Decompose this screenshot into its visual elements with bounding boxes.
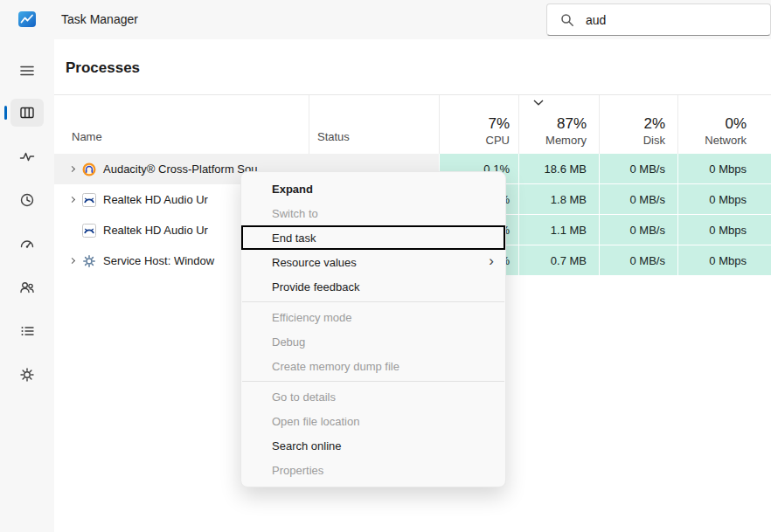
network-cell: 0 Mbps — [677, 184, 771, 215]
expand-chevron-icon[interactable] — [70, 259, 82, 263]
menu-item-switch-to: Switch to — [241, 201, 505, 225]
memory-cell: 0.7 MB — [518, 245, 599, 276]
memory-cell: 1.1 MB — [518, 215, 599, 245]
network-cell: 0 Mbps — [677, 154, 771, 184]
process-name: Realtek HD Audio Ur — [103, 193, 208, 206]
task-manager-window: Task Manager — [0, 0, 771, 532]
service-host-icon — [82, 254, 96, 268]
menu-item-search-online[interactable]: Search online — [241, 433, 505, 458]
hamburger-icon — [18, 62, 36, 79]
menu-separator — [242, 381, 504, 382]
window-title: Task Manager — [61, 12, 138, 26]
menu-separator — [242, 301, 504, 302]
disk-cell: 0 MB/s — [599, 154, 677, 184]
menu-item-end-task[interactable]: End task — [241, 225, 505, 250]
search-box[interactable] — [546, 3, 771, 36]
performance-icon — [18, 148, 36, 165]
menu-item-properties: Properties — [241, 458, 505, 482]
menu-item-go-to-details: Go to details — [241, 384, 505, 409]
process-name: Realtek HD Audio Ur — [103, 224, 208, 237]
realtek-icon — [82, 193, 96, 207]
menu-item-open-file-location: Open file location — [241, 409, 505, 433]
expand-chevron-icon[interactable] — [70, 197, 82, 202]
startup-apps-icon — [18, 235, 36, 252]
network-cell: 0 Mbps — [677, 245, 771, 276]
column-header-cpu[interactable]: 7% CPU — [439, 95, 518, 154]
page-title: Processes — [66, 59, 140, 77]
titlebar: Task Manager — [0, 0, 771, 39]
menu-item-provide-feedback[interactable]: Provide feedback — [241, 274, 505, 299]
menu-item-debug: Debug — [241, 329, 505, 354]
sidebar-item-app-history[interactable] — [10, 186, 44, 214]
realtek-icon — [82, 224, 96, 238]
search-icon — [560, 13, 574, 27]
disk-cell: 0 MB/s — [599, 215, 677, 245]
task-manager-icon — [17, 10, 37, 29]
processes-icon — [18, 104, 36, 121]
disk-cell: 0 MB/s — [599, 184, 677, 215]
network-cell: 0 Mbps — [677, 215, 771, 245]
sidebar — [0, 39, 54, 532]
memory-cell: 18.6 MB — [518, 154, 599, 184]
process-name: Audacity® Cross-Platform Sou — [103, 162, 257, 176]
submenu-chevron-icon: › — [489, 253, 494, 268]
disk-cell: 0 MB/s — [599, 245, 677, 276]
sidebar-item-performance[interactable] — [10, 142, 44, 170]
column-header-network[interactable]: 0% Network — [677, 95, 771, 154]
table-header-row: Name Status 7% CPU 87% Memory 2% — [54, 95, 771, 154]
menu-item-efficiency-mode: Efficiency mode — [241, 305, 505, 329]
memory-cell: 1.8 MB — [518, 184, 599, 215]
expand-chevron-icon[interactable] — [70, 167, 82, 171]
column-header-status[interactable]: Status — [309, 95, 439, 154]
search-input[interactable] — [586, 13, 752, 27]
users-icon — [18, 279, 36, 296]
process-name: Service Host: Window — [103, 254, 214, 267]
sidebar-item-details[interactable] — [10, 317, 44, 345]
menu-item-resource-values[interactable]: Resource values › — [241, 250, 505, 274]
menu-item-create-memory-dump-file: Create memory dump file — [241, 354, 505, 378]
column-header-memory[interactable]: 87% Memory — [518, 95, 599, 154]
sidebar-menu-button[interactable] — [10, 57, 44, 85]
details-icon — [18, 322, 36, 340]
sidebar-item-services[interactable] — [10, 361, 44, 389]
services-icon — [18, 366, 36, 383]
menu-item-expand[interactable]: Expand — [241, 176, 505, 201]
sort-chevron-down-icon — [533, 100, 544, 106]
sidebar-item-users[interactable] — [10, 273, 44, 301]
column-header-name[interactable]: Name — [54, 95, 309, 154]
app-history-icon — [18, 191, 36, 209]
column-header-disk[interactable]: 2% Disk — [599, 95, 677, 154]
audacity-icon — [82, 162, 96, 176]
context-menu: Expand Switch to End task Resource value… — [240, 171, 506, 487]
sidebar-item-startup-apps[interactable] — [10, 230, 44, 258]
sidebar-item-processes[interactable] — [10, 99, 44, 127]
